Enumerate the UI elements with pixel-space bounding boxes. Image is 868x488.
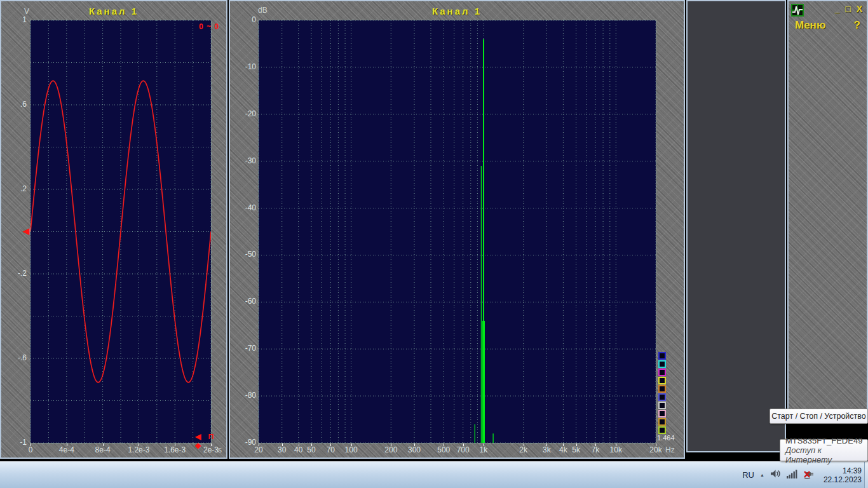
legend-color-swatch[interactable] (658, 385, 666, 393)
spectrum-x-tick: 1k (480, 445, 488, 454)
spectrum-cursor-value: 1.464 (657, 434, 675, 442)
axis-tick-mark (463, 444, 464, 446)
scope-y-tick: -.6 (1, 353, 27, 362)
network-signal-icon[interactable] (787, 470, 797, 481)
scope-x-tick: 0 (29, 445, 33, 454)
axis-tick-mark (175, 444, 175, 446)
trigger-level-marker[interactable]: ◀ (23, 226, 29, 236)
spectrum-x-tick: 4k (559, 445, 567, 454)
axis-tick-mark (444, 444, 444, 446)
scope-y-tick: -.2 (1, 269, 27, 278)
spectrum-y-tick: -20 (231, 109, 256, 118)
axis-tick-mark (282, 444, 283, 446)
spectrum-x-tick: 300 (408, 445, 421, 454)
network-name: MTS835FT_FEDE49 (785, 436, 867, 445)
system-tray: RU ▲ 14:39 22.12.2023 (742, 462, 862, 488)
volume-icon[interactable] (770, 469, 781, 481)
oscilloscope-window: Канал 1 V 0 ~ 0 ◀ ◀ ⊓ ◆ s 1.6.2-.2-.6-10… (0, 0, 227, 459)
maximize-button[interactable]: □ (845, 4, 850, 14)
tray-expand-icon[interactable]: ▲ (760, 473, 764, 477)
spectrum-x-tick: 10k (610, 445, 622, 454)
scope-y-tick: .6 (1, 100, 27, 109)
spectrum-x-tick: 30 (278, 445, 286, 454)
axis-tick-mark (139, 444, 139, 446)
menu-button[interactable]: Меню (795, 19, 825, 32)
clock-time: 14:39 (824, 466, 862, 475)
multimeter-panel (686, 0, 786, 452)
no-internet-icon[interactable] (803, 469, 815, 482)
spectrum-y-tick: -50 (231, 250, 256, 259)
spectrum-y-tick: -60 (231, 297, 256, 306)
scope-x-tick: 1.6e-3 (164, 445, 186, 454)
spectrum-y-tick: -40 (231, 203, 256, 212)
spectrum-y-unit: dB (258, 6, 268, 15)
spectrum-x-tick: 2k (519, 445, 527, 454)
network-status: Доступ к Интернету (785, 445, 867, 464)
legend-color-swatch[interactable] (658, 418, 666, 426)
legend-color-swatch[interactable] (658, 426, 666, 434)
spectrum-x-tick: 700 (457, 445, 470, 454)
axis-tick-mark (595, 444, 596, 446)
taskbar: RU ▲ 14:39 22.12.2023 (0, 461, 868, 488)
legend-color-swatch[interactable] (658, 393, 666, 401)
scope-y-tick: 1 (1, 15, 27, 24)
scope-y-tick: -1 (1, 438, 27, 447)
spectrum-plot-area[interactable] (259, 20, 656, 443)
scope-x-tick: 4e-4 (59, 445, 74, 454)
spectrum-x-tick: 200 (384, 445, 397, 454)
legend-color-swatch[interactable] (658, 360, 666, 368)
spectrum-y-tick: 0 (231, 15, 256, 24)
show-desktop-button[interactable] (864, 462, 868, 488)
app-icon (791, 4, 804, 19)
minimize-button[interactable]: _ (834, 4, 839, 14)
legend-color-swatch[interactable] (658, 402, 666, 409)
legend-color-swatch[interactable] (658, 377, 666, 384)
axis-tick-mark (656, 444, 656, 446)
spectrum-x-unit: Hz (665, 445, 675, 454)
axis-tick-mark (563, 444, 564, 446)
legend-color-swatch[interactable] (658, 369, 666, 376)
close-button[interactable]: X (857, 4, 862, 14)
spectrum-y-tick: -10 (231, 62, 256, 71)
axis-tick-mark (546, 444, 547, 446)
scope-y-tick: .2 (1, 184, 27, 193)
control-panel: _ □ X Меню ? (787, 0, 868, 414)
spectrum-x-tick: 20k (649, 445, 661, 454)
axis-tick-mark (484, 444, 484, 446)
spectrum-y-tick: -70 (231, 344, 256, 353)
desktop: Канал 1 V 0 ~ 0 ◀ ◀ ⊓ ◆ s 1.6.2-.2-.6-10… (0, 0, 868, 488)
spectrum-title: Канал 1 (230, 6, 684, 17)
clock[interactable]: 14:39 22.12.2023 (824, 466, 862, 484)
help-button[interactable]: ? (854, 19, 860, 32)
spectrum-x-tick: 40 (294, 445, 302, 454)
scope-x-tick: 1.2e-3 (128, 445, 149, 454)
axis-tick-mark (576, 444, 577, 446)
language-indicator[interactable]: RU (742, 470, 754, 480)
scope-x-tick: 8e-4 (95, 445, 111, 454)
start-button-tooltip: Старт / Стоп / Устройство (770, 409, 868, 424)
spectrum-x-tick: 3k (543, 445, 551, 454)
axis-tick-mark (103, 444, 104, 446)
scope-title: Канал 1 (1, 6, 226, 17)
control-titlebar: _ □ X (789, 1, 867, 18)
spectrum-x-tick: 500 (437, 445, 450, 454)
axis-tick-mark (31, 444, 31, 446)
axis-tick-mark (211, 444, 212, 446)
axis-tick-mark (351, 444, 352, 446)
spectrum-x-tick: 70 (327, 445, 335, 454)
network-tooltip: MTS835FT_FEDE49 Доступ к Интернету (780, 439, 868, 461)
menu-row: Меню ? (789, 18, 867, 33)
spectrum-x-tick: 100 (345, 445, 358, 454)
scope-plot-area[interactable] (31, 20, 211, 443)
axis-tick-mark (391, 444, 391, 446)
legend-color-swatch[interactable] (658, 410, 666, 417)
axis-tick-mark (330, 444, 331, 446)
spectrum-y-tick: -90 (231, 438, 256, 447)
legend-color-swatch[interactable] (658, 352, 666, 360)
spectrum-y-tick: -30 (231, 156, 256, 165)
spectrum-y-tick: -80 (231, 391, 256, 400)
spectrum-x-tick: 7k (592, 445, 600, 454)
scope-status: 0 ~ 0 (199, 22, 219, 31)
spectrum-x-tick: 20 (254, 445, 262, 454)
axis-tick-mark (311, 444, 312, 446)
